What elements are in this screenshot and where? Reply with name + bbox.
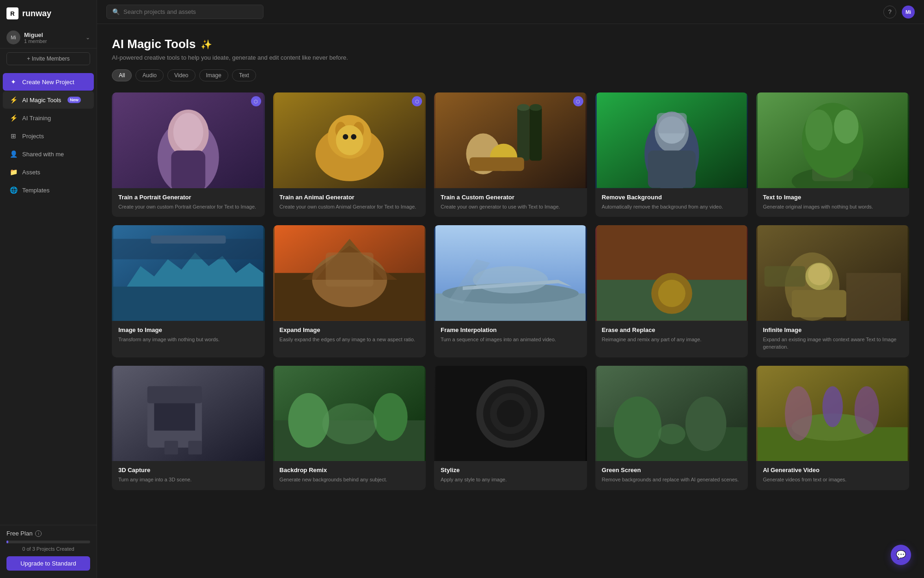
tool-card-infinite[interactable]: Infinite Image Expand an existing image … <box>756 225 909 357</box>
tools-grid-row3: 3D Capture Turn any image into a 3D scen… <box>112 366 909 490</box>
tool-card-stylize[interactable]: Stylize Apply any style to any image. <box>434 366 587 490</box>
tool-info: Train a Custom Generator Create your own… <box>434 188 587 217</box>
tool-image-text2image <box>756 92 909 188</box>
svg-rect-64 <box>147 386 202 403</box>
assets-icon: 📁 <box>9 168 18 176</box>
search-input[interactable] <box>123 8 257 15</box>
tool-image-bg <box>434 366 587 461</box>
sidebar-item-label: Templates <box>22 187 49 194</box>
tool-info: Remove Background Automatically remove t… <box>595 188 748 217</box>
tool-title: Frame Interpolation <box>441 326 581 333</box>
invite-members-button[interactable]: + Invite Members <box>6 52 90 65</box>
tool-info: Infinite Image Expand an existing image … <box>756 321 909 357</box>
tool-title: Train a Custom Generator <box>441 194 581 201</box>
tool-title: Infinite Image <box>763 326 903 333</box>
upgrade-button[interactable]: Upgrade to Standard <box>6 556 90 571</box>
svg-point-11 <box>343 134 348 140</box>
svg-point-80 <box>614 396 661 458</box>
tool-title: Green Screen <box>602 467 742 473</box>
page-header: AI Magic Tools ✨ AI-powered creative too… <box>112 37 909 61</box>
tool-card-expand[interactable]: Expand Image Easily expand the edges of … <box>273 225 426 357</box>
tool-card-text2image[interactable]: Text to Image Generate original images w… <box>756 92 909 217</box>
tool-card-animal[interactable]: ⬡ Train an Animal Generator Create your … <box>273 92 426 217</box>
filter-image[interactable]: Image <box>199 69 228 81</box>
svg-point-86 <box>785 386 812 441</box>
tool-info: Erase and Replace Reimagine and remix an… <box>595 321 748 350</box>
tool-title: 3D Capture <box>118 467 258 473</box>
tool-image-backdrop <box>273 366 426 461</box>
tool-desc: Remove backgrounds and replace with AI g… <box>602 476 742 484</box>
chevron-down-icon[interactable]: ⌄ <box>86 34 90 41</box>
sidebar-nav: ✦ Create New Project ⚡ AI Magic Tools Ne… <box>0 69 97 525</box>
tool-card-backdrop[interactable]: Backdrop Remix Generate new backgrounds … <box>273 366 426 490</box>
tool-info: Text to Image Generate original images w… <box>756 188 909 217</box>
tool-title: Erase and Replace <box>602 326 742 333</box>
tool-image-bg <box>273 92 426 188</box>
filter-video[interactable]: Video <box>167 69 195 81</box>
progress-bar-fill <box>6 541 8 543</box>
sidebar-item-create[interactable]: ✦ Create New Project <box>3 73 94 91</box>
sidebar-item-label: Projects <box>22 133 44 140</box>
svg-rect-67 <box>188 441 202 455</box>
svg-point-77 <box>497 400 524 427</box>
help-button[interactable]: ? <box>883 6 896 18</box>
svg-point-10 <box>336 125 363 155</box>
logo[interactable]: R runway <box>0 0 97 27</box>
tool-title: Train a Portrait Generator <box>118 194 258 201</box>
user-info: Miguel 1 member <box>24 31 82 44</box>
page-subtitle: AI-powered creative tools to help you id… <box>112 54 909 61</box>
tool-title: Stylize <box>441 467 581 473</box>
tool-desc: Turn any image into a 3D scene. <box>118 476 258 484</box>
tool-card-greenscreen[interactable]: Green Screen Remove backgrounds and repl… <box>595 366 748 490</box>
tool-info: 3D Capture Turn any image into a 3D scen… <box>112 461 265 490</box>
progress-label: 0 of 3 Projects Created <box>6 546 90 552</box>
page-title-row: AI Magic Tools ✨ <box>112 37 909 51</box>
tool-title: Backdrop Remix <box>280 467 420 473</box>
tool-card-img2img[interactable]: Image to Image Transform any image with … <box>112 225 265 357</box>
tool-desc: Easily expand the edges of any image to … <box>280 336 420 344</box>
tool-info: Frame Interpolation Turn a sequence of i… <box>434 321 587 350</box>
tool-info: Image to Image Transform any image with … <box>112 321 265 350</box>
free-plan-section: Free Plan i <box>6 530 90 537</box>
tool-card-3d[interactable]: 3D Capture Turn any image into a 3D scen… <box>112 366 265 490</box>
tool-image-frame <box>434 225 587 321</box>
sidebar-item-training[interactable]: ⚡ AI Training <box>3 109 94 127</box>
svg-rect-4 <box>171 150 205 188</box>
tool-card-frame[interactable]: Frame Interpolation Turn a sequence of i… <box>434 225 587 357</box>
tool-image-custom: ⬡ <box>434 92 587 188</box>
user-avatar-top[interactable]: Mi <box>902 6 915 18</box>
svg-rect-52 <box>597 225 747 280</box>
new-badge: New <box>67 97 81 103</box>
sidebar-item-assets[interactable]: 📁 Assets <box>3 163 94 181</box>
svg-rect-61 <box>765 266 806 287</box>
sidebar-item-shared[interactable]: 👤 Shared with me <box>3 145 94 163</box>
tool-card-removebg[interactable]: Remove Background Automatically remove t… <box>595 92 748 217</box>
tool-desc: Apply any style to any image. <box>441 476 581 484</box>
user-section: Mi Miguel 1 member ⌄ <box>0 27 97 49</box>
info-icon[interactable]: i <box>35 530 42 537</box>
filter-audio[interactable]: Audio <box>135 69 164 81</box>
tool-image-bg <box>756 225 909 321</box>
svg-rect-34 <box>113 287 263 321</box>
badge-icon: ⬡ <box>251 96 261 106</box>
chat-fab-button[interactable]: 💬 <box>891 545 911 565</box>
free-plan-label: Free Plan <box>6 530 32 537</box>
tool-card-erase[interactable]: Erase and Replace Reimagine and remix an… <box>595 225 748 357</box>
sidebar-item-projects[interactable]: ⊞ Projects <box>3 127 94 145</box>
tool-card-custom[interactable]: ⬡ Train a Custom Generator Create your o… <box>434 92 587 217</box>
svg-point-87 <box>855 386 879 434</box>
tool-image-bg <box>112 92 265 188</box>
sidebar-item-templates[interactable]: 🌐 Templates <box>3 181 94 199</box>
sidebar-item-magic[interactable]: ⚡ AI Magic Tools New <box>3 91 94 109</box>
wand-icon: ✨ <box>201 39 212 50</box>
search-box[interactable]: 🔍 <box>106 5 263 19</box>
svg-rect-43 <box>325 252 373 287</box>
tool-card-genvideo[interactable]: AI Generative Video Generate videos from… <box>756 366 909 490</box>
filter-all[interactable]: All <box>112 69 132 81</box>
tool-desc: Automatically remove the background from… <box>602 203 742 211</box>
svg-rect-25 <box>648 150 695 188</box>
filter-text[interactable]: Text <box>232 69 256 81</box>
tool-card-portrait[interactable]: ⬡ Train a Portrait Generator Create your… <box>112 92 265 217</box>
tool-image-bg <box>273 225 426 321</box>
tool-desc: Generate original images with nothing bu… <box>763 203 903 211</box>
